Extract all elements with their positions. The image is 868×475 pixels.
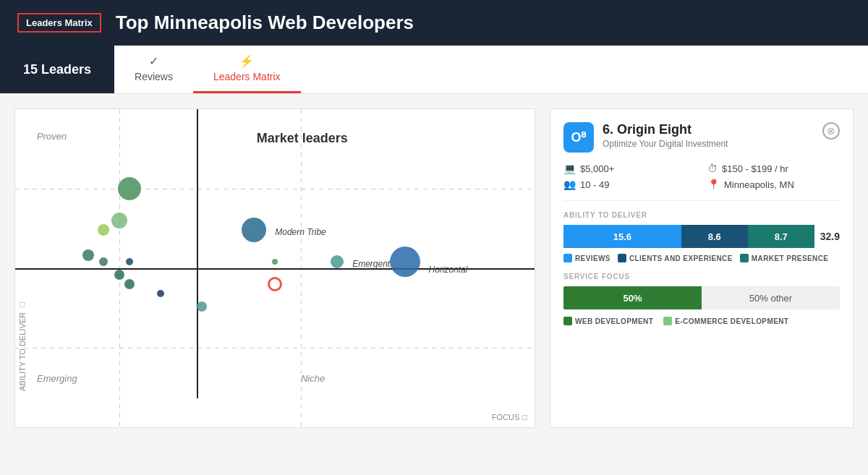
page-header: Leaders Matrix Top Minneapolis Web Devel… — [0, 0, 868, 46]
legend-item: CLIENTS AND EXPERIENCE — [618, 254, 733, 262]
bubble-b11[interactable] — [331, 255, 344, 268]
tab-reviews[interactable]: ✓ Reviews — [114, 46, 193, 93]
bubble-b1[interactable] — [118, 177, 141, 200]
panel-logo-area: O⁸ 6. Origin Eight Optimize Your Digital… — [563, 122, 728, 153]
bubble-label-b10: Modern Tribe — [275, 227, 326, 237]
panel-title-area: 6. Origin Eight Optimize Your Digital In… — [603, 122, 728, 149]
bubble-b6[interactable] — [126, 258, 133, 265]
legend-item: MARKET PRESENCE — [740, 254, 829, 262]
meta-icon: 💻 — [563, 163, 576, 174]
legend-item: REVIEWS — [563, 254, 610, 262]
tab-leaders-matrix[interactable]: ⚡ Leaders Matrix — [193, 46, 301, 93]
legend-dot — [740, 254, 749, 262]
panel-meta: 💻$5,000+⏱$150 - $199 / hr👥10 - 49📍Minnea… — [563, 163, 840, 201]
meta-icon: ⏱ — [707, 163, 718, 174]
service-legend-label: E-COMMERCE DEVELOPMENT — [675, 317, 788, 325]
meta-value: $5,000+ — [580, 163, 614, 174]
company-tagline: Optimize Your Digital Investment — [603, 139, 728, 149]
service-legend-item: E-COMMERCE DEVELOPMENT — [663, 317, 788, 325]
service-legend-item: WEB DEVELOPMENT — [563, 317, 653, 325]
page-title: Top Minneapolis Web Developers — [116, 12, 414, 34]
axis-y — [197, 109, 198, 398]
service-legend-dot — [563, 317, 572, 325]
ability-section-label: ABILITY TO DELIVER — [563, 211, 840, 219]
bubble-b9[interactable] — [157, 290, 164, 297]
meta-item: 💻$5,000+ — [563, 163, 696, 174]
reviews-icon: ✓ — [149, 54, 158, 68]
label-proven: Proven — [37, 131, 67, 142]
leaders-count: 15 Leaders — [0, 46, 114, 93]
bubble-b7[interactable] — [114, 270, 124, 280]
chart-inner: Proven Market leaders Emerging Niche Mod… — [15, 109, 535, 427]
service-segment: 50% — [563, 286, 702, 309]
main-content: Proven Market leaders Emerging Niche Mod… — [0, 94, 868, 442]
meta-item: 👥10 - 49 — [563, 179, 696, 190]
service-section-label: SERVICE FOCUS — [563, 273, 840, 281]
bubble-b3[interactable] — [98, 224, 109, 236]
detail-panel: O⁸ 6. Origin Eight Optimize Your Digital… — [550, 108, 854, 428]
bubble-b2[interactable] — [111, 213, 127, 228]
bubble-b14[interactable] — [197, 301, 207, 312]
company-name: 6. Origin Eight — [603, 122, 728, 137]
bubble-b10[interactable] — [242, 218, 266, 242]
service-bar: 50%50% other — [563, 286, 840, 309]
bubble-label-b12: Horizontal — [429, 265, 468, 275]
legend-dot — [563, 254, 572, 262]
legend-label: CLIENTS AND EXPERIENCE — [629, 254, 733, 262]
service-other: 50% other — [702, 286, 840, 309]
ability-segment: 8.6 — [681, 225, 748, 248]
meta-icon: 📍 — [707, 179, 720, 190]
meta-value: 10 - 49 — [580, 179, 609, 190]
bubble-b15[interactable] — [272, 259, 278, 265]
meta-icon: 👥 — [563, 179, 576, 190]
leaders-matrix-icon: ⚡ — [239, 54, 254, 68]
tab-reviews-label: Reviews — [135, 71, 173, 82]
axis-label-x: FOCUS □ — [492, 413, 527, 421]
leaders-chart[interactable]: Proven Market leaders Emerging Niche Mod… — [14, 108, 535, 428]
ability-segment: 8.7 — [748, 225, 814, 248]
grid-line-h2 — [15, 348, 535, 348]
service-legend-dot — [663, 317, 672, 325]
bubble-b13[interactable] — [268, 277, 282, 291]
leaders-matrix-badge: Leaders Matrix — [17, 13, 101, 33]
meta-value: Minneapolis, MN — [724, 179, 794, 190]
service-legend: WEB DEVELOPMENTE-COMMERCE DEVELOPMENT — [563, 317, 840, 325]
tabs-bar: 15 Leaders ✓ Reviews ⚡ Leaders Matrix — [0, 46, 868, 94]
label-emerging: Emerging — [37, 373, 77, 384]
ability-legend: REVIEWSCLIENTS AND EXPERIENCEMARKET PRES… — [563, 254, 840, 262]
bubble-label-b11: Emergent — [352, 259, 390, 269]
meta-item: 📍Minneapolis, MN — [707, 179, 840, 190]
meta-item: ⏱$150 - $199 / hr — [707, 163, 840, 174]
company-logo: O⁸ — [563, 122, 594, 153]
ability-total: 32.9 — [820, 231, 840, 242]
meta-value: $150 - $199 / hr — [722, 163, 788, 174]
legend-label: MARKET PRESENCE — [752, 254, 829, 262]
bubble-b4[interactable] — [82, 249, 94, 261]
ability-segment: 15.6 — [563, 225, 681, 248]
legend-dot — [618, 254, 626, 262]
panel-header: O⁸ 6. Origin Eight Optimize Your Digital… — [563, 122, 840, 153]
bubble-b12[interactable] — [390, 247, 420, 277]
bubble-b5[interactable] — [99, 257, 108, 266]
legend-label: REVIEWS — [575, 254, 610, 262]
label-niche: Niche — [301, 373, 325, 384]
close-button[interactable]: ⊗ — [822, 122, 840, 140]
service-legend-label: WEB DEVELOPMENT — [575, 317, 653, 325]
ability-bar: 15.68.68.732.9 — [563, 225, 840, 248]
axis-label-y: ABILITY TO DELIVER □ — [18, 301, 27, 391]
bubble-b8[interactable] — [124, 279, 135, 289]
tab-leaders-matrix-label: Leaders Matrix — [213, 71, 281, 82]
grid-line-h1 — [15, 189, 535, 189]
label-market-leaders: Market leaders — [257, 131, 348, 146]
